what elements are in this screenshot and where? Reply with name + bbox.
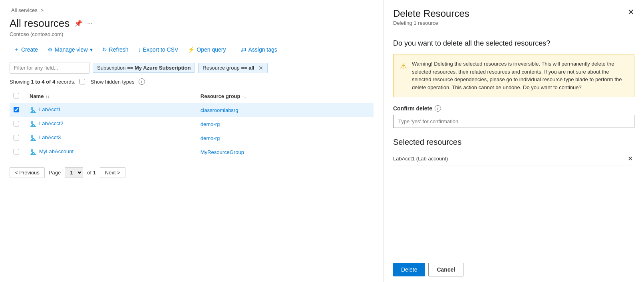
svg-point-11	[33, 139, 34, 140]
resource-name-link[interactable]: LabAccct2	[30, 120, 64, 126]
page-of-label: of 1	[87, 170, 96, 176]
resource-name-link[interactable]: LabAcct3	[30, 134, 61, 140]
pin-icon[interactable]: 📌	[74, 20, 82, 27]
create-button[interactable]: ＋ Create	[10, 44, 42, 56]
export-csv-button[interactable]: ↓ Export to CSV	[134, 44, 183, 55]
resource-group-link[interactable]: demo-rg	[201, 121, 220, 127]
row-checkbox[interactable]	[14, 135, 19, 140]
svg-rect-8	[31, 135, 33, 138]
resource-group-link[interactable]: classroomlabsrg	[201, 107, 239, 113]
svg-rect-12	[31, 149, 33, 152]
subscription-filter-label: Subscription == My Azure Subscription	[97, 65, 191, 71]
row-checkbox[interactable]	[14, 107, 19, 112]
more-icon[interactable]: ···	[87, 20, 92, 27]
table-row: LabAcct3demo-rg	[10, 131, 374, 145]
breadcrumb-separator: >	[40, 7, 44, 13]
svg-rect-14	[32, 150, 32, 150]
name-column-header: Name ↑↓	[26, 90, 197, 103]
delete-panel-title: Delete Resources	[393, 8, 469, 19]
query-icon: ⚡	[188, 46, 195, 53]
breadcrumb-link[interactable]: All services	[11, 7, 38, 13]
warning-box: ⚠ Warning! Deleting the selected resourc…	[393, 54, 634, 97]
plus-icon: ＋	[14, 46, 19, 53]
select-all-checkbox[interactable]	[14, 93, 19, 98]
page-label: Page	[49, 170, 61, 176]
assign-tags-label: Assign tags	[248, 46, 277, 53]
delete-panel-body: Do you want to delete all the selected r…	[384, 31, 644, 257]
delete-panel-header: Delete Resources Deleting 1 resource ✕	[384, 0, 644, 31]
download-icon: ↓	[138, 46, 141, 53]
records-row: Showing 1 to 4 of 4 records. Show hidden…	[10, 78, 374, 85]
confirm-input[interactable]	[393, 115, 634, 128]
resource-name-link[interactable]: MyLabAccount	[30, 148, 74, 154]
pagination: < Previous Page 1 of 1 Next >	[10, 167, 374, 178]
resource-group-filter-tag: Resource group == all ✕	[198, 63, 267, 73]
toolbar-divider	[233, 45, 233, 54]
manage-view-button[interactable]: ⚙ Manage view ▾	[44, 44, 97, 55]
show-hidden-types-label: Show hidden types	[91, 79, 135, 85]
cancel-button[interactable]: Cancel	[428, 263, 463, 276]
delete-panel-title-group: Delete Resources Deleting 1 resource	[393, 8, 469, 26]
delete-panel-subtitle: Deleting 1 resource	[393, 20, 469, 26]
resource-group-link[interactable]: demo-rg	[201, 135, 220, 141]
page-title: All resources	[10, 17, 70, 30]
delete-resources-panel: Delete Resources Deleting 1 resource ✕ D…	[384, 0, 644, 282]
table-row: LabAccct2demo-rg	[10, 117, 374, 131]
info-icon[interactable]: i	[139, 78, 145, 85]
svg-rect-6	[32, 122, 32, 122]
resource-name-link[interactable]: LabAcct1	[30, 106, 61, 112]
toolbar: ＋ Create ⚙ Manage view ▾ ↻ Refresh ↓ Exp…	[10, 44, 374, 56]
subscription-filter-tag: Subscription == My Azure Subscription	[93, 63, 195, 73]
refresh-button[interactable]: ↻ Refresh	[98, 44, 133, 55]
svg-rect-4	[31, 121, 33, 124]
selected-resource-item: LabAcct1 (Lab account) ✕	[393, 152, 634, 166]
open-query-label: Open query	[197, 46, 226, 53]
delete-question: Do you want to delete all the selected r…	[393, 39, 634, 48]
filter-row: Subscription == My Azure Subscription Re…	[10, 62, 374, 74]
next-button[interactable]: Next >	[100, 167, 125, 178]
page-select[interactable]: 1	[65, 167, 83, 178]
resource-group-filter-close[interactable]: ✕	[258, 65, 263, 71]
resource-group-column-header: Resource group ↑↓	[197, 90, 374, 103]
open-query-button[interactable]: ⚡ Open query	[184, 44, 230, 55]
svg-rect-10	[32, 136, 32, 136]
manage-view-label: Manage view	[55, 46, 88, 53]
resources-table: Name ↑↓ Resource group ↑↓ LabAcct1classr…	[10, 90, 374, 159]
records-text: Showing 1 to 4 of 4 records.	[10, 79, 76, 85]
breadcrumb[interactable]: All services >	[10, 7, 374, 13]
selected-resources-section: Selected resources LabAcct1 (Lab account…	[393, 138, 634, 166]
resource-group-link[interactable]: MyResourceGroup	[201, 149, 244, 155]
name-sort-icon[interactable]: ↑↓	[45, 94, 50, 99]
warning-text: Warning! Deleting the selected resources…	[412, 60, 628, 91]
export-csv-label: Export to CSV	[143, 46, 179, 53]
delete-button[interactable]: Delete	[393, 263, 425, 276]
svg-point-15	[33, 153, 34, 154]
confirm-section: Confirm delete i	[393, 105, 634, 128]
svg-point-3	[33, 111, 34, 112]
refresh-icon: ↻	[102, 46, 107, 53]
search-input[interactable]	[10, 62, 89, 74]
confirm-label: Confirm delete i	[393, 105, 634, 112]
row-checkbox[interactable]	[14, 121, 19, 126]
close-panel-button[interactable]: ✕	[628, 8, 634, 16]
selected-resource-remove-button[interactable]: ✕	[626, 155, 634, 162]
row-checkbox[interactable]	[14, 149, 19, 154]
gear-icon: ⚙	[48, 46, 53, 53]
confirm-info-icon[interactable]: i	[435, 105, 441, 112]
previous-button[interactable]: < Previous	[10, 167, 45, 178]
table-row: LabAcct1classroomlabsrg	[10, 103, 374, 117]
refresh-label: Refresh	[109, 46, 129, 53]
table-body: LabAcct1classroomlabsrg LabAccct2demo-rg…	[10, 103, 374, 159]
show-hidden-types-checkbox[interactable]	[80, 79, 85, 84]
lab-icon	[30, 120, 37, 128]
lab-icon	[30, 134, 37, 142]
table-header-row: Name ↑↓ Resource group ↑↓	[10, 90, 374, 103]
warning-icon: ⚠	[400, 60, 407, 91]
selected-resources-title: Selected resources	[393, 138, 634, 147]
page-subtitle: Contoso (contoso.com)	[10, 31, 374, 37]
assign-tags-button[interactable]: 🏷 Assign tags	[237, 44, 281, 55]
svg-rect-2	[32, 108, 32, 108]
rg-sort-icon[interactable]: ↑↓	[242, 94, 246, 99]
left-panel: All services > All resources 📌 ··· Conto…	[0, 0, 384, 282]
lab-icon	[30, 106, 37, 114]
